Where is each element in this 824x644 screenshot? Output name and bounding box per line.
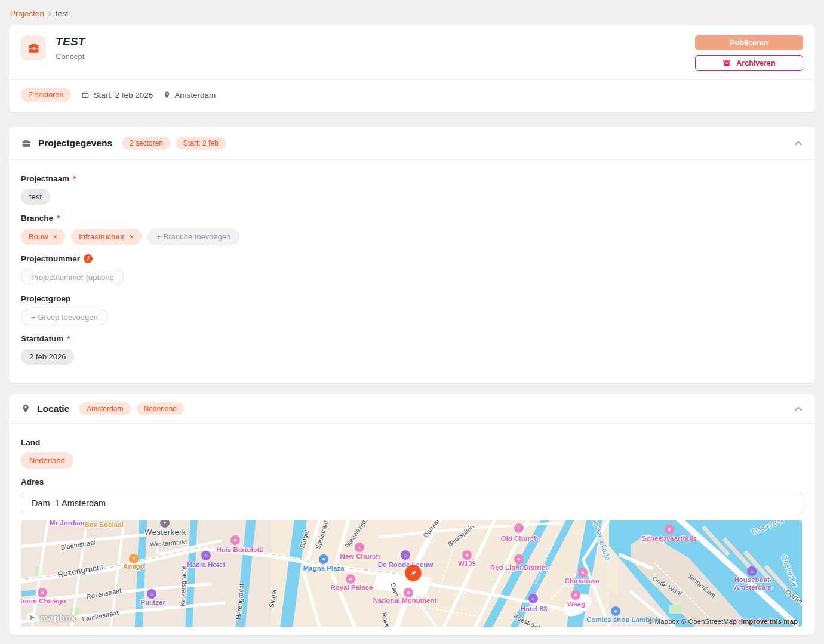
map-poi-icon: ● (346, 574, 355, 584)
section-chip-sectors: 2 sectoren (122, 137, 170, 150)
map-label: Laurierstraat (81, 609, 119, 623)
location-pin-icon (163, 91, 171, 99)
branche-chip-bouw[interactable]: Bouw × (21, 229, 65, 245)
map-label: Chinatown (565, 577, 600, 585)
add-branche-button[interactable]: + Branche toevoegen (147, 228, 239, 245)
sectors-tag: 2 sectoren (21, 88, 71, 102)
startdatum-value-chip[interactable]: 2 feb 2026 (21, 349, 74, 365)
required-mark: * (67, 334, 70, 343)
land-label: Land (21, 438, 40, 447)
briefcase-icon (21, 138, 32, 149)
project-title: TEST (56, 35, 85, 48)
projectgegevens-header[interactable]: Projectgegevens 2 sectoren Start: 2 feb (9, 127, 815, 160)
map-label: Box Sociaal (84, 521, 123, 529)
project-location-marker[interactable] (405, 565, 422, 581)
map-label: Hotel 83 (521, 605, 548, 613)
map-poi-icon: ⌂ (401, 550, 410, 560)
map-label: Boom Chicago (21, 597, 66, 605)
projectnummer-field: Projectnummer i (21, 254, 803, 285)
projectgroep-label: Projectgroep (21, 294, 70, 303)
project-status: Concept (56, 52, 85, 61)
map-label: Singel (299, 529, 310, 549)
projectgroep-field: Projectgroep + Groep toevoegen (21, 294, 803, 325)
locatie-header[interactable]: Locatie Amsterdam Nederland (9, 394, 815, 424)
map-label: Binnenkant (687, 572, 717, 599)
info-icon[interactable]: i (84, 254, 93, 263)
map-poi-icon: + (355, 543, 364, 552)
map-poi-icon: ⌂ (201, 551, 211, 560)
attribution-osm-link[interactable]: © OpenStreetMap (681, 618, 737, 625)
remove-chip-icon[interactable]: × (130, 232, 134, 241)
breadcrumb: Projecten › test (9, 6, 815, 25)
map-label: Spuistraat (314, 520, 330, 550)
page: Projecten › test TEST Concept Publiceren (0, 0, 824, 635)
map-label: Beursplein (447, 523, 476, 548)
archive-icon (722, 59, 731, 67)
map-label: Rozengracht (57, 563, 104, 580)
collapse-button[interactable] (794, 138, 803, 148)
map-label: Singel (268, 589, 278, 608)
map-label: Oude Waal (651, 575, 683, 597)
adres-field: Adres (21, 477, 803, 514)
map-label: Koestraat (512, 612, 541, 627)
projectnummer-label: Projectnummer (21, 254, 80, 263)
map-label: Dam (389, 582, 400, 597)
map-poi-icon: ⌂ (528, 594, 538, 603)
map-label: Rozenstraat (86, 587, 122, 601)
attribution-mapbox-link[interactable]: © Mapbox (648, 618, 680, 625)
map-label: Magna Plaza (303, 565, 344, 572)
required-mark: * (57, 214, 60, 223)
city-meta: Amsterdam (163, 91, 216, 100)
map-label: Old Church (501, 535, 539, 543)
map-label: Nieuwezijds (343, 520, 370, 549)
start-date-meta: Start: 2 feb 2026 (81, 91, 153, 100)
locatie-card: Locatie Amsterdam Nederland Land Nederla… (9, 394, 815, 635)
projectnaam-value-chip[interactable]: test (21, 189, 50, 205)
map-label: Houseboat- Amsterdam (734, 576, 771, 591)
map-poi-icon: Y (129, 554, 139, 563)
map-poi-icon: ● (514, 554, 524, 564)
add-groep-button[interactable]: + Groep toevoegen (21, 309, 108, 325)
remove-chip-icon[interactable]: × (53, 232, 58, 241)
map-label: Amigo (123, 563, 144, 571)
map-label: Oosterdoksk (784, 588, 802, 615)
map-poi-icon: ● (462, 550, 472, 560)
chevron-up-icon (794, 404, 803, 414)
archive-button-label: Archiveren (736, 59, 775, 67)
map-label: Oosterdok (751, 520, 786, 537)
breadcrumb-link-projecten[interactable]: Projecten (10, 9, 44, 18)
map-poi-icon: + (514, 523, 524, 533)
map-label: Red Light District (490, 564, 548, 572)
section-chip-country: Nederland (137, 402, 184, 415)
section-title: Locatie (37, 403, 69, 414)
project-avatar (21, 35, 46, 60)
map-poi-icon: ● (319, 554, 328, 564)
projectnaam-label: Projectnaam (21, 174, 69, 183)
map-poi-icon: ⌂ (147, 589, 156, 599)
map-poi-icon: + (160, 520, 170, 528)
map-label: Rokin (380, 612, 391, 627)
mapbox-logo[interactable]: ➤ mapbox (26, 612, 76, 623)
branche-field: Branche* Bouw × Infrastructuur × + Branc… (21, 214, 803, 245)
map-label: Pulitzer (140, 599, 165, 606)
map-poi-icon: ● (230, 535, 240, 545)
land-value-chip[interactable]: Nederland (21, 452, 73, 469)
projectgegevens-card: Projectgegevens 2 sectoren Start: 2 feb … (9, 127, 815, 383)
chevron-up-icon (794, 138, 803, 148)
publish-button[interactable]: Publiceren (695, 35, 803, 50)
map[interactable]: Mr JordaanBox SociaalBloemstraatWesterke… (21, 520, 802, 627)
branche-label: Branche (21, 214, 53, 223)
projectnummer-input[interactable] (21, 269, 124, 285)
adres-input[interactable] (21, 492, 803, 514)
map-label: De Roode Leeuw (378, 561, 433, 569)
improve-map-link[interactable]: Improve this map (741, 618, 798, 625)
map-label: Nadia Hotel (187, 561, 225, 569)
map-label: Bloemstraat (60, 538, 96, 551)
branche-chip-infrastructuur[interactable]: Infrastructuur × (71, 229, 142, 245)
map-poi-icon: ⌂ (747, 566, 757, 576)
map-label: Herengracht (235, 583, 245, 620)
map-poi-icon: ● (404, 588, 413, 597)
archive-button[interactable]: Archiveren (695, 55, 803, 71)
land-field: Land Nederland (21, 438, 803, 469)
collapse-button[interactable] (794, 404, 803, 414)
